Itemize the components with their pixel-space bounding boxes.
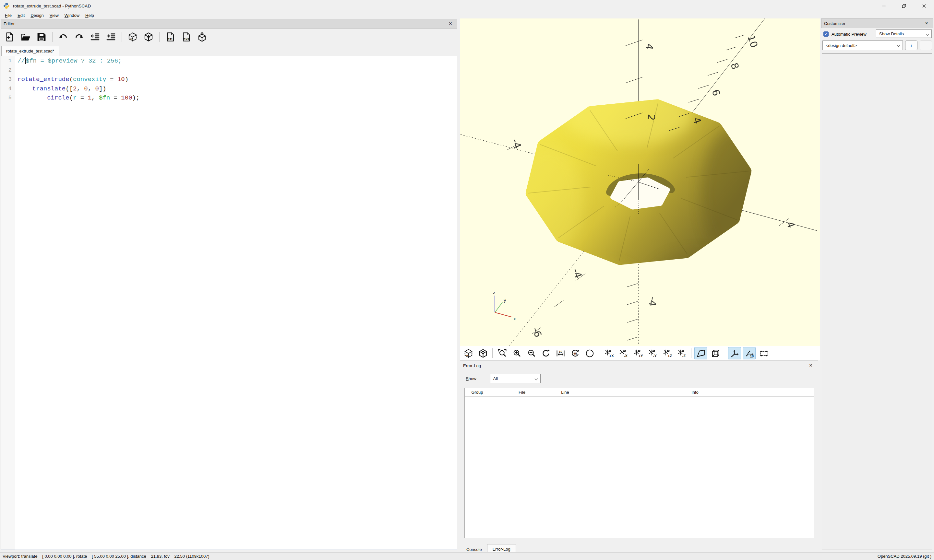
svg-text:45: 45: [573, 352, 577, 355]
svg-text:+Z: +Z: [667, 354, 672, 358]
axis-label--y--4: -4: [570, 267, 584, 280]
menu-item-view[interactable]: View: [47, 12, 62, 18]
view-minus-x-button[interactable]: -X: [617, 347, 630, 359]
rotate-45-button[interactable]: 45: [569, 347, 581, 359]
view-plus-x-button[interactable]: +X: [602, 347, 615, 359]
customizer-close-icon[interactable]: ×: [923, 20, 931, 27]
view-distance-button[interactable]: 10: [554, 347, 567, 359]
editor-close-icon[interactable]: ×: [447, 20, 454, 28]
view-circle-button[interactable]: [583, 347, 596, 359]
customizer-preset-row: <design default> + -: [822, 40, 932, 50]
errorlog-filter-value: All: [493, 376, 498, 381]
preset-add-button[interactable]: +: [905, 40, 917, 50]
menu-item-design[interactable]: Design: [28, 12, 46, 18]
svg-text:-X: -X: [624, 354, 627, 358]
view-plus-z-button[interactable]: +Z: [661, 347, 674, 359]
toolbar-separator: [725, 348, 725, 358]
code-line: 3rotate_extrude(convexity = 10): [1, 75, 457, 84]
menu-item-window[interactable]: Window: [62, 12, 82, 18]
preview-button[interactable]: »: [462, 347, 475, 359]
errorlog-filter-dropdown[interactable]: All: [490, 374, 541, 383]
3d-viewport[interactable]: 42468104-4-4-6-4zyx: [460, 18, 820, 346]
render-button[interactable]: [142, 31, 155, 43]
open-icon: [20, 32, 31, 42]
redo-icon: [74, 32, 84, 42]
rcube-icon: [143, 32, 154, 42]
save-file-button[interactable]: [35, 31, 48, 43]
rcube-icon: [478, 348, 488, 358]
preview-button[interactable]: »: [126, 31, 139, 43]
axis-label-y-10: 10: [745, 34, 760, 49]
svg-text:DXF: DXF: [183, 37, 190, 41]
show-axes-button[interactable]: [728, 347, 741, 359]
close-button[interactable]: [914, 0, 934, 12]
automatic-preview-checkbox[interactable]: ✓: [823, 31, 829, 37]
column-header-file[interactable]: File: [490, 388, 554, 396]
svg-text:»: »: [466, 353, 468, 358]
reset-view-button[interactable]: [539, 347, 552, 359]
svg-text:10: 10: [750, 355, 754, 358]
unindent-button[interactable]: [89, 31, 102, 43]
menu-item-help[interactable]: Help: [82, 12, 97, 18]
title-bar: rotate_extrude_test.scad - PythonSCAD: [0, 0, 934, 12]
toolbar-separator: [492, 348, 493, 358]
window-title: rotate_extrude_test.scad - PythonSCAD: [13, 3, 91, 8]
preset-dropdown[interactable]: <design default>: [822, 40, 903, 50]
mrect-icon: [759, 348, 769, 358]
errorlog-table-header: GroupFileLineInfo: [465, 388, 814, 397]
errorlog-table: GroupFileLineInfo: [464, 388, 814, 538]
restore-button[interactable]: [894, 0, 914, 12]
customizer-title: Customizer: [824, 21, 845, 26]
minimize-button[interactable]: [874, 0, 894, 12]
redo-button[interactable]: [72, 31, 86, 43]
ind-icon: [106, 32, 116, 42]
window-controls: [874, 0, 934, 12]
export-3d-button[interactable]: [196, 31, 208, 43]
view-minus-z-button[interactable]: -Z: [675, 347, 688, 359]
measure-button[interactable]: [757, 347, 770, 359]
new-file-button[interactable]: [3, 31, 16, 43]
export-dxf-button[interactable]: DXF: [180, 31, 193, 43]
svg-text:10: 10: [559, 349, 563, 353]
orthographic-button[interactable]: [709, 347, 722, 359]
view-minus-y-button[interactable]: -Y: [646, 347, 659, 359]
ruler-icon: 10: [744, 348, 754, 358]
chevron-down-icon: [897, 44, 900, 47]
indent-button[interactable]: [105, 31, 117, 43]
ortho-icon: [711, 348, 721, 358]
svg-text:-Z: -Z: [682, 354, 686, 358]
editor-panel-title: Editor: [3, 22, 15, 26]
line-number: 1: [1, 56, 15, 66]
show-details-dropdown[interactable]: Show Details: [876, 29, 932, 38]
export-stl-button[interactable]: STL: [164, 31, 177, 43]
view-plus-y-button[interactable]: +Y: [632, 347, 644, 359]
zoom-in-button[interactable]: [510, 347, 523, 359]
menu-item-file[interactable]: File: [2, 12, 15, 18]
errorlog-panel: Error-Log × Show All GroupFileLineInfo C…: [460, 360, 818, 552]
column-header-info[interactable]: Info: [576, 388, 814, 396]
open-file-button[interactable]: [19, 31, 32, 43]
circ-icon: [585, 348, 595, 358]
perspective-button[interactable]: [694, 347, 707, 359]
toolbar-separator: [159, 32, 160, 42]
show-scale-markers-button[interactable]: 10: [743, 347, 756, 359]
viewport-toolbar: »1045+X-X+Y-Y+Z-Z10: [460, 346, 820, 360]
render-button[interactable]: [476, 347, 489, 359]
axis-label-y-6: 6: [710, 88, 722, 97]
show-label-rest: how: [469, 376, 476, 381]
errorlog-close-icon[interactable]: ×: [807, 362, 815, 369]
zoom-all-button[interactable]: [496, 347, 509, 359]
show-label: Show: [466, 376, 476, 381]
column-header-group[interactable]: Group: [465, 388, 490, 396]
svg-text:»: »: [130, 37, 132, 42]
editor-tab[interactable]: rotate_extrude_test.scad*: [1, 46, 59, 56]
chevron-down-icon: [535, 377, 538, 380]
undo-button[interactable]: [57, 31, 70, 43]
zoom-out-button[interactable]: [525, 347, 538, 359]
column-header-line[interactable]: Line: [554, 388, 576, 396]
axis-label-x-4: 4: [784, 220, 797, 229]
editor-toolbar: »STLDXF: [1, 29, 457, 45]
chevron-down-icon: [926, 33, 929, 36]
code-editor[interactable]: 1//$fn = $preview ? 32 : 256;23rotate_ex…: [1, 56, 457, 550]
menu-item-edit[interactable]: Edit: [15, 12, 28, 18]
